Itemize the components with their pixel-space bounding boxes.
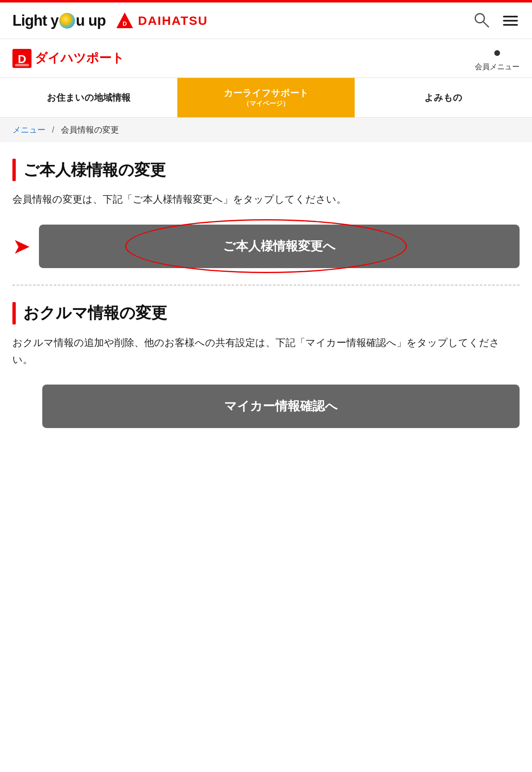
logo-text-up: u up <box>76 12 106 29</box>
daihatsu-brand-text: DAIHATSU <box>138 14 208 28</box>
daihatsu-port-subheader: D ダイハツポート ● 会員メニュー <box>0 39 532 78</box>
light-you-up-logo: Light yu up <box>12 12 106 29</box>
tab-car-life-sub: （マイページ） <box>181 99 351 108</box>
port-d-icon: D <box>12 49 31 68</box>
breadcrumb-separator: / <box>52 125 55 134</box>
car-info-section: おクルマ情報の変更 おクルマ情報の追加や削除、他のお客様への共有設定は、下記「マ… <box>12 302 520 428</box>
car-info-button-area: マイカー情報確認へ <box>42 385 520 428</box>
daihatsu-triangle-icon: D <box>116 12 134 30</box>
personal-info-button-area: ➤ ご本人様情報変更へ <box>12 225 520 268</box>
search-icon <box>473 12 490 28</box>
port-logo-text: ダイハツポート <box>35 50 124 67</box>
personal-info-change-button[interactable]: ご本人様情報変更へ <box>39 225 520 268</box>
personal-info-description: 会員情報の変更は、下記「ご本人様情報変更へ」をタップしてください。 <box>12 191 520 208</box>
mycar-info-confirm-button[interactable]: マイカー情報確認へ <box>42 385 520 428</box>
header-left: Light yu up D DAIHATSU <box>12 12 208 30</box>
member-menu-label: 会員メニュー <box>475 62 520 72</box>
svg-text:D: D <box>123 20 127 27</box>
tab-reading[interactable]: よみもの <box>355 78 532 117</box>
svg-rect-6 <box>15 64 29 66</box>
hamburger-line <box>503 24 518 26</box>
breadcrumb: メニュー / 会員情報の変更 <box>0 118 532 142</box>
logo-o-icon <box>59 13 75 29</box>
daihatsu-port-logo: D ダイハツポート <box>12 49 124 68</box>
tab-reading-label: よみもの <box>424 92 462 103</box>
hamburger-menu-button[interactable] <box>501 14 520 27</box>
header-right <box>472 10 520 31</box>
personal-info-title-area: ご本人様情報の変更 <box>12 159 520 181</box>
tab-car-life-label: カーライフサポート <box>224 88 309 98</box>
section-bar-icon <box>12 159 16 181</box>
svg-text:D: D <box>18 53 26 65</box>
member-icon: ● <box>493 45 501 60</box>
main-content: ご本人様情報の変更 会員情報の変更は、下記「ご本人様情報変更へ」をタップしてくだ… <box>0 142 532 461</box>
section-bar-icon <box>12 302 16 324</box>
tab-car-life-support[interactable]: カーライフサポート （マイページ） <box>177 78 355 117</box>
tab-local-info-label: お住まいの地域情報 <box>47 92 131 103</box>
site-header: Light yu up D DAIHATSU <box>0 2 532 39</box>
hamburger-line <box>503 20 518 22</box>
svg-line-3 <box>484 22 488 27</box>
breadcrumb-current: 会員情報の変更 <box>61 125 119 134</box>
svg-point-2 <box>475 14 484 23</box>
car-info-title-area: おクルマ情報の変更 <box>12 302 520 324</box>
hamburger-line <box>503 16 518 17</box>
arrow-right-icon: ➤ <box>12 235 31 257</box>
personal-info-title: ご本人様情報の変更 <box>23 160 166 181</box>
search-button[interactable] <box>472 10 491 31</box>
section-divider <box>12 285 520 286</box>
port-logo-icon: D <box>12 49 31 68</box>
member-menu-button[interactable]: ● 会員メニュー <box>475 45 520 72</box>
logo-text-light: Light y <box>12 12 58 29</box>
nav-tabs: お住まいの地域情報 カーライフサポート （マイページ） よみもの <box>0 78 532 118</box>
tab-local-info[interactable]: お住まいの地域情報 <box>0 78 177 117</box>
breadcrumb-menu-link[interactable]: メニュー <box>12 125 46 134</box>
car-info-title: おクルマ情報の変更 <box>23 303 167 324</box>
car-info-description: おクルマ情報の追加や削除、他のお客様への共有設定は、下記「マイカー情報確認へ」を… <box>12 334 520 368</box>
personal-info-section: ご本人様情報の変更 会員情報の変更は、下記「ご本人様情報変更へ」をタップしてくだ… <box>12 159 520 268</box>
daihatsu-logo: D DAIHATSU <box>116 12 208 30</box>
